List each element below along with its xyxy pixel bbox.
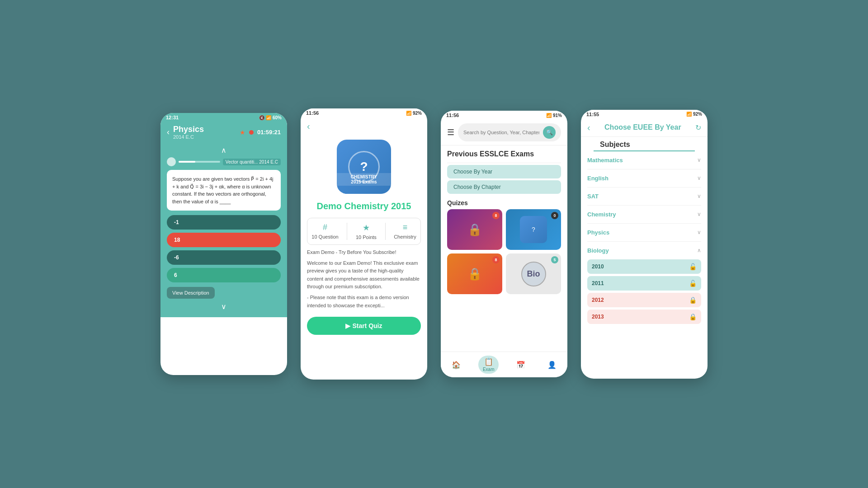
exam-label: Exam (483, 367, 495, 372)
calendar-icon: 📅 (516, 361, 525, 369)
chevron-biology: ∧ (697, 247, 701, 253)
option-1[interactable]: -1 (167, 215, 281, 230)
desc-note: - Please note that this exam is a demo v… (307, 294, 421, 310)
divider-1 (447, 163, 561, 163)
options-list: -1 18 -6 6 (167, 215, 281, 282)
chem-label: CHEMISTRY2015 Exams (337, 173, 391, 186)
back-button-2[interactable]: ‹ (307, 121, 310, 131)
back-button-4[interactable]: ‹ (587, 122, 590, 133)
phone4-header: ‹ Choose EUEE By Year ↻ (581, 119, 708, 137)
option-3[interactable]: -6 (167, 250, 281, 265)
page-title: Choose EUEE By Year (604, 123, 681, 131)
subject-meta: Chemistry (394, 234, 416, 239)
lock-icon-3: 🔒 (467, 267, 482, 281)
phones-container: 12:31 🔇 📶 60% ‹ Physics 2014 E.C ★ 01:59… (160, 108, 708, 380)
quiz-card-3[interactable]: 🔒 8 (447, 253, 502, 294)
hamburger-icon[interactable]: ☰ (447, 127, 454, 137)
progress-fill (179, 161, 195, 163)
chevron-physics: ∨ (697, 229, 701, 235)
year-2010[interactable]: 2010 🔓 (587, 259, 701, 274)
physics-label: Physics (587, 229, 609, 236)
lock-icon-2012: 🔒 (689, 296, 697, 304)
meta-divider-2 (385, 223, 386, 240)
meta-subject: ≡ Chemistry (394, 223, 416, 240)
nav-calendar[interactable]: 📅 (512, 359, 530, 371)
chevron-up-icon: ∧ (221, 146, 226, 155)
back-icon[interactable]: ‹ (167, 127, 170, 137)
year-2012[interactable]: 2012 🔒 (587, 293, 701, 307)
badge-1: 8 (492, 212, 500, 219)
questions-count: 10 Question (311, 234, 338, 239)
collapse-btn[interactable]: ∧ (167, 144, 281, 157)
status-bar-3: 11:56 📶 91% (441, 111, 567, 120)
bio-card-inner: Bio (521, 262, 546, 286)
year-2013[interactable]: 2013 🔒 (587, 310, 701, 324)
quiz-card-4[interactable]: Bio 5 (506, 253, 561, 294)
year-label: 2014 E.C (173, 134, 240, 140)
status-icons-1: 🔇 📶 60% (259, 115, 282, 120)
start-quiz-button[interactable]: ▶ Start Quiz (307, 317, 421, 335)
status-icons-4: 📶 92% (686, 112, 702, 117)
quiz-meta: # 10 Question ★ 10 Points ≡ Chemistry (307, 218, 421, 245)
chevron-sat: ∨ (697, 193, 701, 199)
time-4: 11:55 (586, 112, 599, 117)
english-label: English (587, 175, 609, 182)
hash-icon: # (323, 223, 327, 232)
choose-by-year-button[interactable]: Choose By Year (447, 165, 561, 178)
dot-icon (249, 130, 254, 135)
quizes-title: Quizes (441, 196, 567, 209)
sat-label: SAT (587, 193, 599, 200)
exam-icon: 📋 (484, 357, 493, 366)
subject-mathematics[interactable]: Mathematics ∨ (587, 151, 701, 169)
year-2012-label: 2012 (592, 297, 604, 303)
question-nav: Vector quantiti... 2014 E.C (167, 157, 281, 166)
subject-english[interactable]: English ∨ (587, 169, 701, 188)
quiz-card-1[interactable]: 🔒 8 (447, 209, 502, 250)
mathematics-label: Mathematics (587, 157, 623, 164)
subject-sat[interactable]: SAT ∨ (587, 188, 701, 206)
view-description-button[interactable]: View Description (167, 287, 215, 299)
subject-info: Physics 2014 E.C (173, 125, 240, 140)
year-2011[interactable]: 2011 🔓 (587, 276, 701, 291)
unlock-icon-2011: 🔓 (689, 280, 697, 287)
chevron-mathematics: ∨ (697, 157, 701, 163)
year-2013-label: 2013 (592, 314, 604, 320)
subject-name: Physics (173, 125, 240, 134)
play-icon: ▶ (345, 322, 350, 329)
question-mark-icon: ? (360, 160, 368, 174)
option-4[interactable]: 6 (167, 268, 281, 282)
refresh-icon[interactable]: ↻ (695, 123, 701, 132)
subject-physics[interactable]: Physics ∨ (587, 224, 701, 242)
progress-bar (179, 161, 220, 163)
biology-label: Biology (587, 247, 609, 254)
year-list: 2010 🔓 2011 🔓 2012 🔒 2013 🔒 (587, 259, 701, 328)
time-3: 11:56 (446, 113, 459, 118)
star-icon: ★ (240, 129, 245, 136)
nav-exam[interactable]: 📋 Exam (478, 356, 499, 374)
nav-profile[interactable]: 👤 (543, 359, 561, 371)
quiz-card-2[interactable]: ? 0 (506, 209, 561, 250)
search-button[interactable]: 🔍 (543, 126, 556, 139)
subject-chemistry[interactable]: Chemistry ∨ (587, 206, 701, 224)
chevron-down-icon: ∨ (221, 302, 226, 311)
points-count: 10 Points (356, 235, 377, 240)
badge-3: 8 (492, 256, 500, 263)
nav-label: Vector quantiti... 2014 E.C (223, 159, 281, 165)
chemistry-label: Chemistry (587, 211, 616, 218)
phone-2: 11:56 📶 92% ‹ ? CHEMISTRY2015 Exams Demo… (301, 108, 427, 380)
question-text: Suppose you are given two vectors P⃗ = 2… (172, 176, 273, 204)
badge-2: 0 (551, 212, 558, 219)
list-icon: ≡ (403, 223, 408, 232)
search-input[interactable] (463, 130, 539, 135)
year-2011-label: 2011 (592, 280, 604, 286)
desc-body: Welcome to our Exam Demo! This exclusive… (307, 259, 421, 291)
lock-icon-1: 🔒 (467, 223, 482, 237)
expand-btn[interactable]: ∨ (167, 299, 281, 311)
quiz-grid: 🔒 8 ? 0 🔒 8 Bio 5 (441, 209, 567, 298)
subject-biology[interactable]: Biology ∧ (587, 242, 701, 259)
choose-by-chapter-button[interactable]: Choose By Chapter (447, 180, 561, 194)
demo-title: Demo Chemistry 2015 (301, 198, 427, 214)
subjects-title: Subjects (594, 137, 695, 151)
option-2[interactable]: 18 (167, 233, 281, 247)
nav-home[interactable]: 🏠 (447, 359, 465, 371)
